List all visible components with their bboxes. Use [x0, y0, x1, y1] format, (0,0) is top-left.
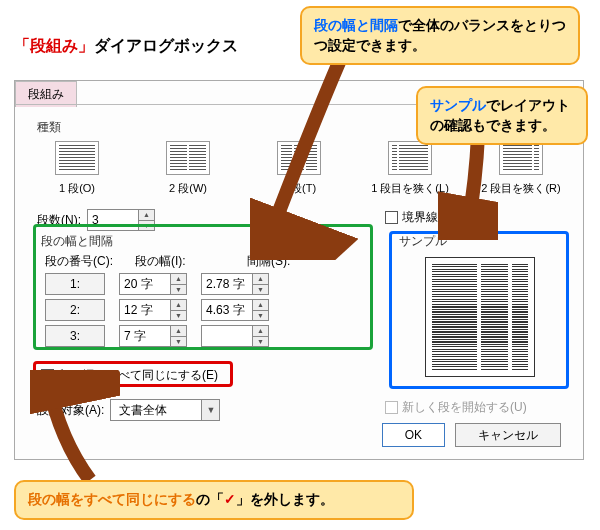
row3-gap-input[interactable]	[202, 326, 252, 346]
callout-sample-key: サンプル	[430, 97, 486, 113]
apply-to-row: 設定対象(A): 文書全体 ▼	[37, 399, 220, 421]
col-num-head: 段の番号(C):	[45, 253, 113, 270]
row1-gap-input[interactable]	[202, 274, 252, 294]
callout-sample: サンプルでレイアウトの確認もできます。	[416, 86, 588, 145]
new-column-label: 新しく段を開始する(U)	[402, 399, 527, 416]
row2-gap-stepper[interactable]: ▲▼	[201, 299, 269, 321]
ok-button[interactable]: OK	[382, 423, 445, 447]
preset-left-narrow[interactable]: 1 段目を狭く(L)	[370, 141, 450, 196]
title-quoted: 「段組み」	[14, 37, 94, 54]
row1-width-stepper[interactable]: ▲▼	[119, 273, 187, 295]
col-gap-head: 間隔(S):	[247, 253, 290, 270]
row3-gap-stepper[interactable]: ▲▼	[201, 325, 269, 347]
stepper-buttons[interactable]: ▲▼	[170, 326, 186, 346]
count-input[interactable]	[88, 210, 138, 230]
checkbox-box	[385, 401, 398, 414]
title-rest: ダイアログボックス	[94, 37, 238, 54]
checkbox-box	[385, 211, 398, 224]
preset-label: 1 段(O)	[37, 181, 117, 196]
preset-icon	[55, 141, 99, 175]
row2-width-input[interactable]	[120, 300, 170, 320]
row1-num: 1:	[45, 273, 105, 295]
stepper-buttons[interactable]: ▲▼	[138, 210, 154, 230]
stepper-buttons[interactable]: ▲▼	[252, 274, 268, 294]
preset-label: 2 段目を狭く(R)	[481, 181, 561, 196]
widths-group-label: 段の幅と間隔	[41, 233, 113, 250]
callout-uncheck-end: 」を外します。	[236, 491, 334, 507]
row2-width-stepper[interactable]: ▲▼	[119, 299, 187, 321]
border-row: 境界線を引く(B)	[385, 209, 490, 226]
kind-label: 種類	[37, 119, 61, 136]
preset-right-narrow[interactable]: 2 段目を狭く(R)	[481, 141, 561, 196]
row1-gap-stepper[interactable]: ▲▼	[201, 273, 269, 295]
stepper-buttons[interactable]: ▲▼	[170, 274, 186, 294]
equal-width-checkbox[interactable]: 段の幅をすべて同じにする(E)	[41, 367, 218, 384]
callout-uncheck-mid: の「	[196, 491, 224, 507]
callout-widths-key: 段の幅と間隔	[314, 17, 398, 33]
col-width-head: 段の幅(I):	[135, 253, 186, 270]
width-row-2: 2: ▲▼ ▲▼	[45, 299, 269, 321]
stepper-buttons[interactable]: ▲▼	[252, 326, 268, 346]
callout-uncheck-check: ✓	[224, 491, 236, 507]
apply-to-select[interactable]: 文書全体 ▼	[110, 399, 220, 421]
sample-page-icon	[425, 257, 535, 377]
preset-label: 1 段目を狭く(L)	[370, 181, 450, 196]
row2-gap-input[interactable]	[202, 300, 252, 320]
count-stepper[interactable]: ▲▼	[87, 209, 155, 231]
preset-row: 1 段(O) 2 段(W) 3 段(T) 1 段目を狭く(L) 2 段目を狭く(…	[37, 141, 561, 196]
callout-uncheck: 段の幅をすべて同じにするの「✓」を外します。	[14, 480, 414, 520]
sample-label: サンプル	[399, 233, 447, 250]
cancel-button[interactable]: キャンセル	[455, 423, 561, 447]
border-checkbox[interactable]: 境界線を引く(B)	[385, 209, 490, 226]
preset-label: 3 段(T)	[259, 181, 339, 196]
stepper-buttons[interactable]: ▲▼	[170, 300, 186, 320]
equal-width-label: 段の幅をすべて同じにする(E)	[58, 367, 218, 384]
dialog-buttons: OK キャンセル	[382, 423, 561, 447]
preset-icon	[388, 141, 432, 175]
callout-widths: 段の幅と間隔で全体のバランスをとりつつ設定できます。	[300, 6, 580, 65]
checkbox-box	[41, 369, 54, 382]
callout-uncheck-key: 段の幅をすべて同じにする	[28, 491, 196, 507]
stepper-buttons[interactable]: ▲▼	[252, 300, 268, 320]
row3-width-stepper[interactable]: ▲▼	[119, 325, 187, 347]
preset-icon	[166, 141, 210, 175]
new-column-checkbox: 新しく段を開始する(U)	[385, 399, 527, 416]
row1-width-input[interactable]	[120, 274, 170, 294]
width-row-1: 1: ▲▼ ▲▼	[45, 273, 269, 295]
page-title: 「段組み」ダイアログボックス	[14, 36, 238, 57]
row3-num: 3:	[45, 325, 105, 347]
preset-3col[interactable]: 3 段(T)	[259, 141, 339, 196]
preset-label: 2 段(W)	[148, 181, 228, 196]
count-label: 段数(N):	[37, 212, 81, 229]
sample-preview	[410, 253, 550, 381]
border-label: 境界線を引く(B)	[402, 209, 490, 226]
width-row-3: 3: ▲▼ ▲▼	[45, 325, 269, 347]
apply-to-value: 文書全体	[111, 402, 201, 419]
preset-2col[interactable]: 2 段(W)	[148, 141, 228, 196]
equal-width-row: 段の幅をすべて同じにする(E)	[41, 367, 218, 384]
preset-icon	[277, 141, 321, 175]
chevron-down-icon: ▼	[201, 400, 219, 420]
preset-1col[interactable]: 1 段(O)	[37, 141, 117, 196]
column-count-row: 段数(N): ▲▼	[37, 209, 155, 231]
row2-num: 2:	[45, 299, 105, 321]
preset-icon	[499, 141, 543, 175]
apply-to-label: 設定対象(A):	[37, 402, 104, 419]
new-column-row: 新しく段を開始する(U)	[385, 399, 527, 416]
row3-width-input[interactable]	[120, 326, 170, 346]
